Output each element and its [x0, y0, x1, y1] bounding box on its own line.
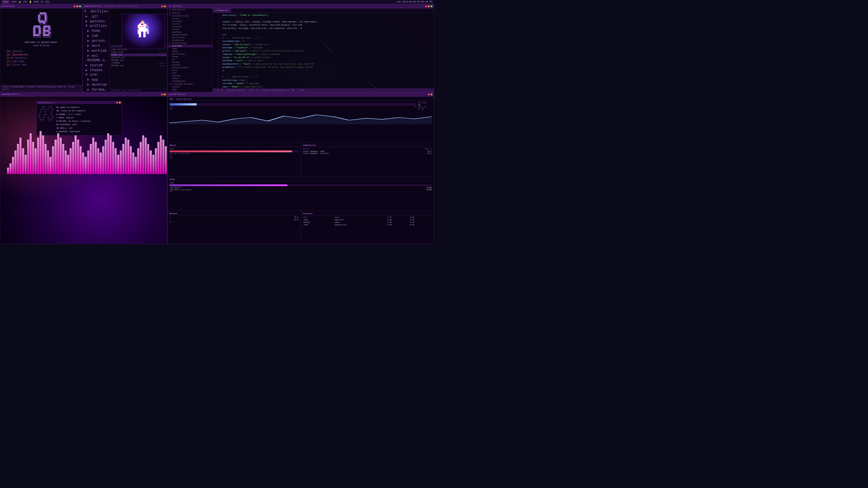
tree-item-hardware[interactable]: hardware	[83, 87, 110, 92]
svg-rect-2	[143, 22, 145, 24]
browser-menu-newtab[interactable]: [t] [New tab]	[6, 60, 76, 63]
file-row-readme[interactable]: README.org	[110, 59, 166, 62]
tree-user-font[interactable]: font	[167, 72, 213, 74]
maximize-button[interactable]	[79, 5, 81, 7]
tree-item-patches[interactable]: patches	[83, 19, 110, 24]
tree-user-dotfiles[interactable]: dotfilesDir	[167, 53, 213, 56]
tree-item-readme[interactable]: README.org	[83, 58, 110, 63]
filemgr-title: emmetFSnowfire:	[84, 5, 102, 7]
vis-bar	[157, 142, 159, 174]
browser-logo: ██████╗ ██╔═══██╗ ██║ ██║ ██║▄▄ ██║ ╚███…	[2, 12, 81, 39]
vis-bar	[85, 157, 87, 174]
vis-bar	[155, 148, 157, 174]
browser-menu-history[interactable]: [S h] [History]	[6, 57, 76, 60]
tree-sys-dotfiles[interactable]: dotfilesDir	[167, 36, 213, 39]
tree-sys-timezone[interactable]: timezone	[167, 26, 213, 28]
tree-item-system[interactable]: system	[83, 63, 110, 68]
tree-nix-editor[interactable]: editor	[167, 91, 213, 92]
editor-close-btn[interactable]	[425, 5, 427, 7]
file-row-readme2[interactable]: README.org 40.4 K	[110, 64, 166, 67]
minimize-button[interactable]	[76, 5, 78, 7]
tree-item-app[interactable]: app	[83, 77, 110, 82]
tree-item-home[interactable]: home	[83, 28, 110, 33]
tree-sys-system[interactable]: system	[167, 18, 213, 20]
tree-item-personal[interactable]: personal	[83, 38, 110, 43]
tree-nixpkgs[interactable]: ► nixpkgs-patched	[167, 83, 213, 86]
neo-min-btn[interactable]	[119, 102, 121, 103]
editor-min-btn[interactable]	[428, 5, 430, 7]
editor-statusbar: 7.5k ● .dotfiles/flake.nix 3:10 Top Prod…	[213, 88, 434, 92]
vis-bar	[74, 135, 76, 174]
tree-item-git[interactable]: .git	[83, 14, 110, 19]
browser-window: qutebrowser ██████╗ ██╔═══██╗ ██║ ██║ ██…	[0, 4, 83, 92]
tree-nix-system[interactable]: system	[167, 86, 213, 88]
tree-sys-locale[interactable]: locale	[167, 28, 213, 31]
filemgr-close-btn[interactable]	[161, 5, 163, 7]
tab-flakenix[interactable]: ● flake.nix	[213, 8, 231, 13]
tree-item-user[interactable]: user	[83, 72, 110, 77]
tree-sys-hostname[interactable]: hostname	[167, 20, 213, 23]
file-row-installorg[interactable]: install.org	[110, 56, 166, 59]
tree-user-roam[interactable]: defaultRoamDir	[167, 66, 213, 69]
cpu-title: CPU – 1.53 1.14 0.78	[169, 98, 432, 101]
vis-bar	[140, 142, 142, 174]
file-row-license[interactable]: LICENSE 34.2 K	[110, 62, 166, 64]
tree-sys-bootmode[interactable]: bootMode	[167, 31, 213, 34]
tree-description[interactable]: description	[167, 8, 213, 11]
file-row-flakelock[interactable]: flake.lock 27.5 K	[110, 51, 166, 54]
browser-menu-closetab[interactable]: [x] [Close tab]	[6, 63, 76, 67]
tree-sys-grub[interactable]: grubDevice	[167, 39, 213, 42]
tree-item-dotfiles[interactable]: .dotfiles	[83, 9, 110, 14]
file-row-flakenix[interactable]: flake.nix 2.26 K	[110, 54, 166, 56]
disk-bar-1	[169, 184, 287, 186]
datetime-display: Sat 2024-03-09 05:06:00 PM	[397, 1, 432, 3]
tree-sys-profile[interactable]: profile	[167, 23, 213, 26]
tree-user-term[interactable]: term	[167, 69, 213, 72]
vis-bar	[50, 157, 52, 174]
tree-user-editor[interactable]: editor	[167, 77, 213, 80]
tree-usersettings[interactable]: userSettings	[167, 42, 213, 45]
tree-user-browser[interactable]: browser	[167, 64, 213, 66]
tree-item-desktop[interactable]: desktop	[83, 82, 110, 87]
music-min-btn[interactable]	[164, 94, 166, 95]
tree-user-username[interactable]: username	[167, 45, 213, 47]
tree-item-worklab[interactable]: worklab	[83, 48, 110, 53]
vis-bar	[142, 135, 144, 174]
vis-bar	[25, 155, 27, 174]
browser-menu-quickmarks[interactable]: [b] [Quickmarks]	[6, 53, 76, 57]
tree-item-themes[interactable]: themes	[83, 68, 110, 72]
vis-bar	[12, 157, 14, 174]
browser-title: qutebrowser	[2, 5, 15, 7]
vis-bar	[115, 148, 117, 174]
status-filesize: 7.5k	[215, 89, 219, 91]
tree-user-spawn[interactable]: spawnEditor	[167, 80, 213, 83]
pixel-art-window	[122, 14, 165, 49]
filemgr-min-btn[interactable]	[164, 5, 166, 7]
tree-user-wmtype[interactable]: wmType	[167, 61, 213, 64]
tree-outputs[interactable]: outputs	[167, 11, 213, 14]
cpu-graph	[169, 111, 432, 124]
tree-item-lab[interactable]: lab	[83, 33, 110, 38]
tree-user-theme[interactable]: theme	[167, 56, 213, 58]
tree-item-profiles[interactable]: profiles	[83, 24, 110, 28]
neo-close-btn[interactable]	[116, 102, 118, 103]
close-button[interactable]	[74, 5, 75, 7]
workspace-badge[interactable]: Tech	[2, 0, 9, 4]
tree-user-wm[interactable]: wm	[167, 58, 213, 61]
tree-sys-bootmount[interactable]: bootMountPath	[167, 34, 213, 36]
browser-menu-search[interactable]: [o] [Search]	[6, 50, 76, 53]
tree-systemsettings[interactable]: systemSettings	[167, 15, 213, 18]
sysmon-close-btn[interactable]	[428, 94, 430, 95]
sysmon-min-btn[interactable]	[431, 94, 432, 95]
vis-bar	[70, 148, 72, 174]
tree-user-fontpkg[interactable]: fontPkg	[167, 74, 213, 77]
tree-nix-name[interactable]: name	[167, 88, 213, 91]
music-close-btn[interactable]	[161, 94, 163, 95]
svg-rect-1	[140, 23, 141, 24]
tree-item-wsl[interactable]: wsl	[83, 53, 110, 58]
tree-user-email[interactable]: email	[167, 50, 213, 53]
network-panel: Network ↑36.0 ↓54.8 0%	[167, 211, 301, 244]
tree-item-work[interactable]: work	[83, 43, 110, 48]
editor-max-btn[interactable]	[431, 5, 432, 7]
tree-user-name[interactable]: name	[167, 47, 213, 50]
